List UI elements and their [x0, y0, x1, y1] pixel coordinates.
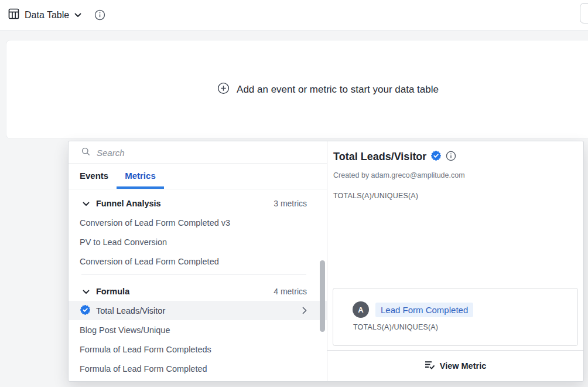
event-letter-badge: A [353, 301, 369, 318]
picker-tabs: Events Metrics [69, 164, 327, 189]
plus-circle-icon [217, 82, 230, 97]
metric-formula: TOTALS(A)/UNIQUES(A) [333, 192, 577, 200]
section-header-formula[interactable]: Formula 4 metrics [69, 281, 327, 301]
event-chip[interactable]: Lead Form Completed [375, 303, 473, 317]
section-name: Funnel Analysis [96, 199, 161, 208]
metric-list-item[interactable]: Conversion of Lead Form Completed v3 [69, 213, 327, 232]
item-label: Formula of Lead Form Completeds [80, 345, 211, 354]
chevron-down-icon [83, 286, 90, 297]
view-metric-label: View Metric [440, 361, 487, 371]
created-by-text: Created by adam.greco@amplitude.com [333, 171, 577, 179]
section-count: 3 metrics [274, 199, 307, 208]
metric-picker-popover: Events Metrics Funnel Analysis 3 metrics… [68, 141, 584, 382]
verified-badge-icon [80, 304, 91, 317]
data-table-icon [8, 8, 19, 22]
list-check-icon [425, 361, 435, 372]
card-formula: TOTALS(A)/UNIQUES(A) [353, 323, 577, 331]
metric-list-item[interactable]: Formula of Lead Form Completeds [69, 340, 327, 359]
item-label: PV to Lead Conversion [80, 237, 167, 247]
metric-definition-card: A Lead Form Completed TOTALS(A)/UNIQUES(… [333, 288, 578, 346]
search-bar [69, 141, 327, 164]
item-label: Total Leads/Visitor [96, 306, 165, 315]
view-metric-button[interactable]: View Metric [327, 350, 583, 381]
section-count: 4 metrics [274, 287, 307, 296]
metric-list-item-selected[interactable]: Total Leads/Visitor [69, 301, 327, 320]
search-icon [81, 147, 90, 158]
metric-list-item[interactable]: Formula of Lead Form Completed [69, 359, 327, 378]
item-label: Blog Post Views/Unique [80, 325, 170, 335]
section-header-funnel-analysis[interactable]: Funnel Analysis 3 metrics [69, 193, 327, 213]
metric-title: Total Leads/Visitor [333, 151, 426, 163]
chevron-down-icon [83, 198, 90, 209]
info-icon[interactable] [94, 9, 105, 21]
tab-metrics[interactable]: Metrics [117, 164, 164, 189]
add-event-or-metric-button[interactable]: Add an event or metric to start your dat… [6, 40, 588, 138]
chevron-right-icon [302, 307, 307, 314]
page-title: Data Table [25, 10, 69, 21]
tab-events[interactable]: Events [71, 164, 117, 189]
item-label: Conversion of Lead Form Completed [80, 257, 219, 266]
section-divider [81, 274, 306, 274]
picker-list-pane: Events Metrics Funnel Analysis 3 metrics… [69, 141, 327, 381]
chevron-down-icon [74, 13, 81, 18]
metric-list-item[interactable]: Conversion of Lead Form Completed [69, 252, 327, 271]
metric-list: Funnel Analysis 3 metrics Conversion of … [69, 189, 327, 381]
verified-badge-icon [430, 150, 442, 164]
empty-state-message: Add an event or metric to start your dat… [237, 84, 439, 96]
search-input[interactable] [97, 141, 327, 164]
metric-list-item[interactable]: PV to Lead Conversion [69, 232, 327, 252]
section-name: Formula [96, 287, 129, 296]
metric-detail-pane: Total Leads/Visitor Created by adam.grec… [327, 141, 583, 381]
info-icon[interactable] [446, 151, 456, 164]
top-bar: Data Table [0, 0, 588, 30]
data-table-dropdown[interactable]: Data Table [8, 8, 81, 22]
metric-list-item[interactable]: Blog Post Views/Unique [69, 320, 327, 340]
toolbar-button-partial[interactable] [580, 3, 588, 23]
item-label: Formula of Lead Form Completed [80, 364, 207, 374]
data-table-canvas: Add an event or metric to start your dat… [6, 40, 588, 139]
scrollbar-thumb[interactable] [320, 260, 325, 332]
item-label: Conversion of Lead Form Completed v3 [80, 218, 230, 228]
